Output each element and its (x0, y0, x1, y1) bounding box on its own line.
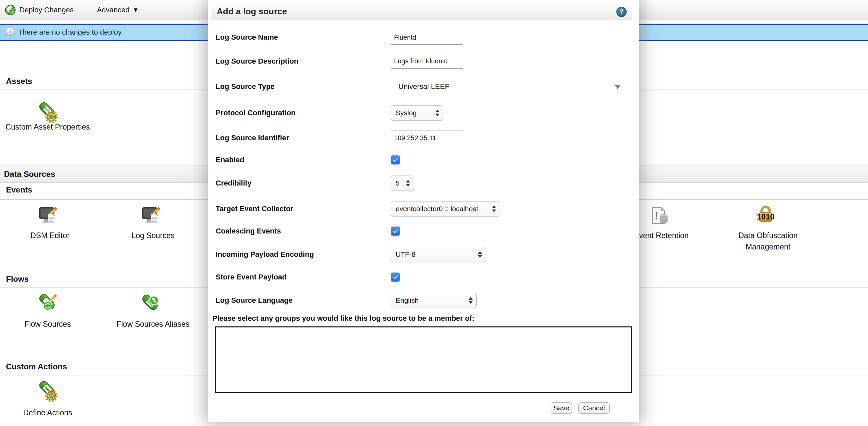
flow-sources-icon[interactable] (37, 293, 58, 315)
svg-text:!: ! (655, 210, 658, 222)
groups-list-box[interactable] (215, 326, 632, 393)
section-title-events: Events (6, 185, 32, 195)
svg-text:CD: CD (49, 116, 53, 119)
data-obfuscation-management-icon[interactable]: 1010 (755, 203, 776, 225)
target-event-collector-select[interactable]: eventcollector0 :: localhost (391, 201, 500, 217)
cancel-button[interactable]: Cancel (578, 402, 610, 414)
incoming-payload-encoding-value: UTF-8 (396, 251, 416, 259)
log-source-language-select[interactable]: English (391, 293, 477, 308)
enabled-label: Enabled (216, 156, 391, 164)
dsm-editor-label[interactable]: DSM Editor (0, 230, 100, 241)
log-source-description-label: Log Source Description (216, 57, 391, 66)
credibility-select[interactable]: 5 (391, 175, 414, 191)
protocol-configuration-select[interactable]: Syslog (391, 105, 443, 121)
dialog-titlebar: Add a log source ? (211, 3, 632, 20)
row-coalescing-events: Coalescing Events (216, 226, 632, 237)
log-source-type-value: Universal LEEF (398, 82, 450, 91)
custom-asset-properties-label[interactable]: Custom Asset Properties (0, 121, 98, 133)
row-protocol-configuration: Protocol Configuration Syslog (216, 105, 632, 121)
deploy-changes-icon (5, 4, 16, 15)
select-stepper-icon (469, 297, 473, 304)
target-event-collector-value: eventcollector0 :: localhost (396, 205, 478, 213)
log-source-identifier-label: Log Source Identifier (216, 134, 391, 142)
row-log-source-type: Log Source Type Universal LEEF (216, 78, 632, 95)
select-stepper-icon (435, 109, 439, 116)
protocol-configuration-value: Syslog (396, 109, 417, 117)
svg-text:CD: CD (49, 395, 53, 398)
incoming-payload-encoding-select[interactable]: UTF-8 (391, 247, 486, 262)
data-obfuscation-line2: Management (718, 241, 818, 253)
select-stepper-icon (406, 180, 410, 187)
coalescing-events-label: Coalescing Events (216, 227, 391, 235)
notice-text: There are no changes to deploy. (18, 28, 123, 37)
save-button[interactable]: Save (551, 402, 572, 414)
advanced-menu-button[interactable]: Advanced ▼ (97, 6, 139, 14)
log-source-name-label: Log Source Name (216, 33, 391, 42)
store-event-payload-checkbox[interactable] (391, 272, 400, 282)
credibility-value: 5 (396, 179, 400, 187)
custom-asset-properties-icon[interactable]: ABCD CD (37, 102, 58, 123)
flow-sources-label[interactable]: Flow Sources (0, 319, 98, 330)
row-store-event-payload: Store Event Payload (216, 271, 632, 283)
deploy-changes-button[interactable]: Deploy Changes (19, 6, 74, 14)
row-incoming-payload-encoding: Incoming Payload Encoding UTF-8 (216, 247, 632, 262)
row-log-source-description: Log Source Description (216, 54, 632, 69)
row-log-source-identifier: Log Source Identifier (216, 131, 632, 145)
log-sources-label[interactable]: Log Sources (103, 230, 203, 241)
row-target-event-collector: Target Event Collector eventcollector0 :… (216, 201, 632, 217)
advanced-label: Advanced (97, 6, 130, 14)
incoming-payload-encoding-label: Incoming Payload Encoding (216, 250, 391, 259)
flow-sources-aliases-label[interactable]: Flow Sources Aliases (103, 319, 203, 330)
log-source-description-input[interactable] (391, 54, 463, 69)
help-icon[interactable]: ? (616, 7, 627, 17)
dsm-editor-icon[interactable] (37, 205, 58, 227)
log-source-name-input[interactable] (391, 30, 463, 45)
info-icon: i (5, 27, 16, 38)
chevron-down-icon: ▼ (133, 6, 139, 14)
dropdown-arrow-icon (615, 85, 620, 89)
protocol-configuration-label: Protocol Configuration (216, 108, 391, 117)
flow-sources-aliases-icon[interactable]: ABCD (140, 293, 161, 315)
svg-text:i: i (9, 28, 11, 35)
store-event-payload-label: Store Event Payload (216, 273, 391, 282)
define-actions-icon[interactable]: ABCD CD (37, 381, 58, 402)
section-title-assets: Assets (6, 76, 32, 86)
select-stepper-icon (492, 205, 496, 212)
target-event-collector-label: Target Event Collector (216, 204, 391, 213)
log-source-type-dropdown[interactable]: Universal LEEF (391, 78, 626, 95)
log-source-identifier-input[interactable] (391, 131, 463, 145)
svg-text:1010: 1010 (757, 212, 774, 221)
data-sources-title: Data Sources (4, 169, 55, 179)
enabled-checkbox[interactable] (391, 155, 400, 165)
credibility-label: Credibility (216, 179, 391, 188)
row-log-source-language: Log Source Language English (216, 293, 632, 308)
row-credibility: Credibility 5 (216, 175, 632, 191)
define-actions-label[interactable]: Define Actions (0, 407, 98, 418)
log-source-type-label: Log Source Type (216, 82, 391, 91)
add-log-source-dialog: Add a log source ? Log Source Name Log S… (208, 0, 639, 422)
data-obfuscation-line1: Data Obfuscation (718, 230, 818, 241)
row-log-source-name: Log Source Name (216, 30, 632, 45)
section-title-flows: Flows (6, 274, 29, 284)
admin-console-page: Deploy Changes Advanced ▼ i There are no… (0, 0, 868, 426)
select-stepper-icon (478, 251, 482, 258)
log-sources-icon[interactable] (140, 205, 161, 227)
log-source-language-label: Log Source Language (216, 296, 391, 305)
row-enabled: Enabled (216, 154, 632, 166)
data-obfuscation-management-label[interactable]: Data Obfuscation Management (718, 230, 818, 253)
event-retention-icon[interactable]: ! (648, 205, 670, 227)
dialog-title: Add a log source (217, 6, 287, 17)
groups-prompt: Please select any groups you would like … (212, 314, 474, 323)
section-title-custom-actions: Custom Actions (6, 362, 67, 371)
coalescing-events-checkbox[interactable] (391, 227, 400, 236)
log-source-language-value: English (396, 296, 418, 304)
